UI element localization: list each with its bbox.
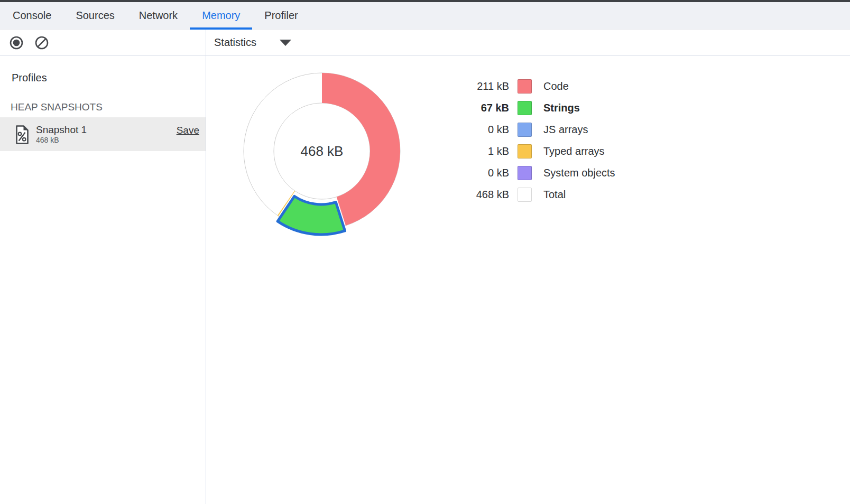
chart-legend: 211 kBCode67 kBStrings0 kBJS arrays1 kBT… [446,76,615,206]
legend-row-typed-arrays[interactable]: 1 kBTyped arrays [446,141,615,162]
heap-snapshot-document-icon [15,125,30,145]
legend-row-code[interactable]: 211 kBCode [446,76,615,97]
profiles-sidebar: Profiles HEAP SNAPSHOTS Snapshot 1 468 k… [0,56,206,504]
panel-content: Profiles HEAP SNAPSHOTS Snapshot 1 468 k… [0,56,850,504]
save-link[interactable]: Save [177,125,199,136]
tab-sources[interactable]: Sources [63,2,126,29]
legend-value: 468 kB [446,189,509,201]
clear-profiles-button[interactable] [34,35,49,50]
snapshot-list-item[interactable]: Snapshot 1 468 kB Save [0,117,206,151]
legend-value: 0 kB [446,167,509,179]
record-circle-icon [9,35,24,50]
snapshot-name: Snapshot 1 [36,124,87,136]
perspective-select[interactable]: Statistics [214,36,291,49]
legend-label: JS arrays [543,124,588,136]
legend-label: System objects [543,167,615,179]
tab-memory[interactable]: Memory [190,2,252,29]
legend-label: Total [543,189,566,201]
legend-row-total[interactable]: 468 kBTotal [446,184,615,206]
record-heap-snapshot-button[interactable] [9,35,24,50]
legend-label: Typed arrays [543,145,605,157]
legend-swatch-typed-arrays [518,144,532,158]
memory-toolbar: Statistics [0,30,850,56]
memory-donut-chart: 468 kB [240,67,404,241]
tab-profiler[interactable]: Profiler [252,2,310,29]
legend-swatch-js-arrays [518,123,532,137]
devtools-window: ConsoleSourcesNetworkMemoryProfiler Stat… [0,0,850,504]
legend-value: 67 kB [446,102,509,114]
tab-console[interactable]: Console [1,2,63,29]
profiles-heading: Profiles [12,72,47,84]
toolbar-left-section [0,30,206,55]
legend-value: 0 kB [446,124,509,136]
legend-swatch-code [518,79,532,94]
tab-label: Console [13,10,51,22]
legend-swatch-total [518,188,532,202]
legend-row-js-arrays[interactable]: 0 kBJS arrays [446,119,615,141]
toolbar-right-section: Statistics [206,30,850,55]
panel-tabbar: ConsoleSourcesNetworkMemoryProfiler [0,2,850,30]
heap-snapshots-section-heading: HEAP SNAPSHOTS [11,101,103,113]
donut-center-label: 468 kB [301,143,344,159]
snapshot-size: 468 kB [36,136,59,145]
legend-swatch-strings [518,101,532,115]
statistics-panel: 468 kB 211 kBCode67 kBStrings0 kBJS arra… [206,56,850,504]
perspective-select-label: Statistics [214,36,256,49]
legend-swatch-system-objects [518,166,532,180]
tab-label: Sources [76,10,114,22]
tab-network[interactable]: Network [127,2,190,29]
legend-row-strings[interactable]: 67 kBStrings [446,97,615,119]
legend-label: Code [543,80,569,92]
tab-label: Network [139,10,178,22]
legend-value: 1 kB [446,145,509,157]
legend-value: 211 kB [446,80,509,92]
legend-label: Strings [543,102,580,114]
tab-label: Profiler [264,10,298,22]
block-icon [34,35,49,50]
caret-down-icon [280,40,291,46]
tab-label: Memory [202,10,240,22]
legend-row-system-objects[interactable]: 0 kBSystem objects [446,162,615,184]
